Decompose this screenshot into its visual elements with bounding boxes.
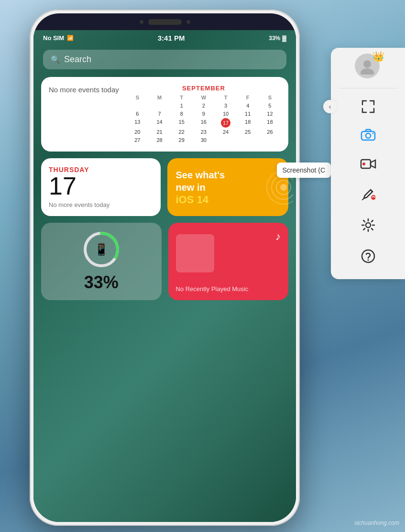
- cal-header-f: F: [237, 94, 259, 101]
- widget-row-2: 📱 33% ♪ No Recently Played Music: [41, 223, 288, 300]
- svg-point-7: [361, 68, 374, 75]
- calendar-left: No more events today: [49, 85, 119, 95]
- battery-widget[interactable]: 📱 33%: [41, 223, 162, 300]
- date-number: 17: [49, 174, 153, 198]
- cal-day-18: 18: [237, 118, 259, 128]
- dot-left: [140, 20, 143, 24]
- status-left: No SIM 📶: [43, 34, 74, 42]
- music-album-art: [176, 234, 214, 272]
- cal-day-15: 15: [171, 118, 192, 128]
- svg-point-17: [367, 260, 369, 261]
- cal-day-3: 3: [215, 102, 236, 109]
- status-bar: No SIM 📶 3:41 PM 33% ▓: [33, 30, 296, 46]
- cal-day-16: 16: [193, 118, 214, 128]
- phone-screen: No SIM 📶 3:41 PM 33% ▓ 🔍 Search: [33, 30, 296, 522]
- sidebar-panel: 👑 ‹: [331, 48, 405, 279]
- question-icon: [361, 249, 375, 267]
- music-widget[interactable]: ♪ No Recently Played Music: [168, 223, 289, 300]
- cal-day-empty1: [127, 102, 148, 109]
- carrier-text: No SIM: [43, 34, 64, 42]
- battery-text: 33%: [269, 35, 280, 42]
- cal-day-28: 28: [149, 136, 170, 144]
- battery-phone-icon: 📱: [94, 243, 109, 256]
- sidebar-item-settings[interactable]: [331, 211, 405, 242]
- phone-frame: No SIM 📶 3:41 PM 33% ▓ 🔍 Search: [30, 10, 300, 526]
- svg-point-10: [372, 133, 373, 134]
- crown-icon: 👑: [372, 51, 384, 62]
- cal-header-s2: S: [259, 94, 281, 101]
- cal-day-7: 7: [149, 110, 170, 118]
- cal-header-m: M: [149, 94, 170, 101]
- cal-header-s1: S: [127, 94, 148, 101]
- widgets-area: No more events today SEPTEMBER S M T W T…: [33, 77, 296, 300]
- cal-day-27: 27: [127, 136, 148, 144]
- cal-day-14: 14: [149, 118, 170, 128]
- cal-header-t1: T: [171, 94, 192, 101]
- video-icon: [360, 158, 376, 174]
- calendar-widget[interactable]: No more events today SEPTEMBER S M T W T…: [41, 77, 288, 152]
- music-note-icon: ♪: [275, 230, 281, 243]
- svg-point-3: [280, 184, 287, 191]
- search-icon: 🔍: [51, 55, 60, 64]
- cal-day-2: 2: [193, 102, 214, 109]
- svg-point-13: [362, 163, 365, 165]
- date-events: No more events today: [49, 201, 153, 208]
- phone-inner: No SIM 📶 3:41 PM 33% ▓ 🔍 Search: [33, 13, 296, 522]
- sidebar-item-expand[interactable]: ‹: [331, 92, 405, 121]
- cal-day-empty2: [149, 102, 170, 109]
- battery-ring: 📱: [82, 230, 120, 269]
- cal-header-t2: T: [215, 94, 236, 101]
- ios14-widget[interactable]: See what's new in iOS 14: [167, 158, 289, 216]
- cal-header-w: W: [193, 94, 214, 101]
- cal-day-17-today: 17: [221, 118, 230, 128]
- cal-day-8: 8: [171, 110, 192, 118]
- collapse-button[interactable]: ‹: [323, 100, 337, 113]
- widget-row-1: THURSDAY 17 No more events today See wha…: [41, 158, 288, 216]
- battery-icon: ▓: [282, 35, 286, 42]
- cal-day-21: 21: [149, 128, 170, 136]
- sidebar-item-screenshot[interactable]: [331, 121, 405, 151]
- sidebar-user[interactable]: 👑: [355, 54, 382, 80]
- cal-day-6: 6: [127, 110, 148, 118]
- watermark-text: sichuanhong.com: [354, 520, 399, 526]
- sidebar-item-help[interactable]: [331, 242, 405, 273]
- search-bar[interactable]: 🔍 Search: [43, 50, 286, 69]
- music-label: No Recently Played Music: [176, 285, 281, 293]
- calendar-grid: S M T W T F S 1 2 3: [127, 94, 281, 144]
- cal-day-empty5: [259, 136, 281, 144]
- svg-marker-12: [371, 160, 375, 168]
- sidebar-item-record[interactable]: [331, 151, 405, 180]
- calendar-no-events: No more events today: [49, 85, 119, 95]
- cal-day-11: 11: [237, 110, 259, 118]
- screenshot-tooltip: Screenshot (C: [277, 163, 331, 178]
- battery-percent: 33%: [84, 272, 119, 293]
- cal-day-23: 23: [193, 128, 214, 136]
- pen-icon: [361, 187, 375, 205]
- dot-right: [186, 20, 190, 24]
- cal-day-20: 20: [127, 128, 148, 136]
- cal-day-26: 26: [259, 128, 281, 136]
- svg-point-9: [366, 133, 371, 138]
- calendar-month: SEPTEMBER: [127, 85, 281, 92]
- watermark: sichuanhong.com: [354, 520, 399, 526]
- svg-point-15: [366, 223, 371, 228]
- calendar-right: SEPTEMBER S M T W T F S: [127, 85, 281, 144]
- cal-day-4: 4: [237, 102, 259, 109]
- phone-speaker: [148, 19, 182, 25]
- phone-notch: [33, 13, 296, 30]
- search-placeholder: Search: [64, 54, 91, 65]
- cal-day-10: 10: [215, 110, 236, 118]
- cal-day-25: 25: [237, 128, 259, 136]
- date-widget[interactable]: THURSDAY 17 No more events today: [41, 158, 161, 216]
- cal-day-5: 5: [259, 102, 281, 109]
- cal-day-12: 12: [259, 110, 281, 118]
- gear-icon: [361, 218, 375, 236]
- screenshot-tooltip-text: Screenshot (C: [283, 166, 325, 174]
- cal-day-30: 30: [193, 136, 214, 144]
- expand-icon: [361, 99, 376, 114]
- cal-day-29: 29: [171, 136, 192, 144]
- status-time: 3:41 PM: [158, 34, 185, 42]
- status-right: 33% ▓: [269, 35, 286, 42]
- sidebar-item-draw[interactable]: [331, 180, 405, 211]
- cal-day-empty4: [237, 136, 259, 144]
